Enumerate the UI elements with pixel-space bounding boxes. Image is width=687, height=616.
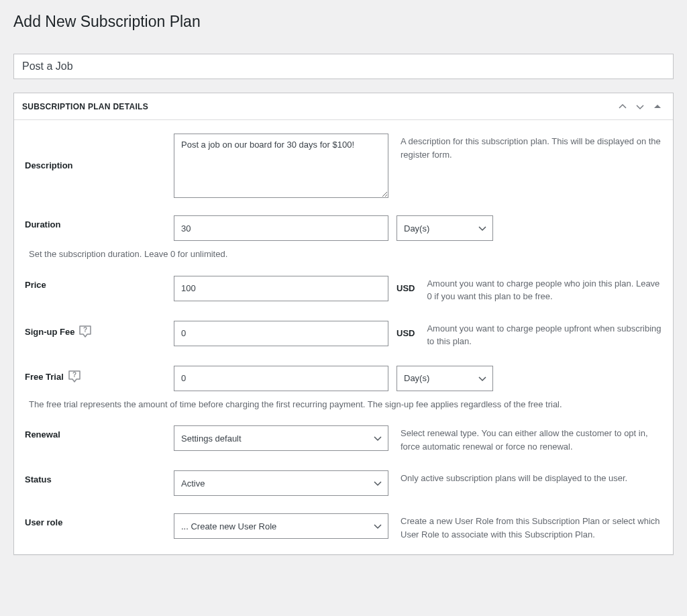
free-trial-label-text: Free Trial: [25, 372, 64, 382]
svg-text:?: ?: [83, 326, 87, 333]
description-textarea[interactable]: Post a job on our board for 30 days for …: [174, 134, 388, 198]
signup-fee-label-text: Sign-up Fee: [25, 327, 74, 337]
status-row: Status Active Only active subscription p…: [25, 470, 662, 496]
renewal-label: Renewal: [25, 425, 174, 440]
chevron-up-icon: [619, 103, 627, 111]
price-label: Price: [25, 276, 174, 290]
price-currency: USD: [397, 283, 415, 293]
free-trial-label: Free Trial ?: [25, 366, 174, 384]
description-label: Description: [25, 134, 174, 170]
renewal-select[interactable]: Settings default: [174, 425, 388, 451]
free-trial-row: Free Trial ? Day(s): [25, 366, 662, 391]
user-role-label: User role: [25, 513, 174, 527]
duration-row: Duration Day(s): [25, 215, 662, 241]
signup-fee-input[interactable]: [174, 321, 388, 346]
free-trial-unit-select[interactable]: Day(s): [397, 366, 493, 391]
price-help: Amount you want to charge people who joi…: [427, 276, 662, 303]
signup-fee-help: Amount you want to charge people upfront…: [427, 321, 662, 348]
description-row: Description Post a job on our board for …: [25, 134, 662, 198]
panel-handle-actions: [615, 99, 665, 114]
panel-header: SUBSCRIPTION PLAN DETAILS: [14, 93, 673, 120]
panel-heading: SUBSCRIPTION PLAN DETAILS: [22, 102, 148, 111]
price-row: Price USD Amount you want to charge peop…: [25, 276, 662, 303]
plan-title-input[interactable]: [13, 54, 674, 79]
free-trial-subhelp: The free trial represents the amount of …: [29, 398, 662, 411]
toggle-panel-button[interactable]: [650, 99, 665, 114]
price-input[interactable]: [174, 276, 388, 301]
status-label: Status: [25, 470, 174, 484]
svg-text:?: ?: [72, 371, 76, 378]
user-role-select[interactable]: ... Create new User Role: [174, 513, 388, 539]
signup-fee-label: Sign-up Fee ?: [25, 321, 174, 340]
duration-input[interactable]: [174, 215, 388, 241]
renewal-row: Renewal Settings default Select renewal …: [25, 425, 662, 453]
user-role-row: User role ... Create new User Role Creat…: [25, 513, 662, 541]
signup-fee-currency: USD: [397, 328, 415, 338]
help-icon[interactable]: ?: [78, 325, 92, 340]
duration-unit-select[interactable]: Day(s): [397, 215, 493, 241]
free-trial-input[interactable]: [174, 366, 388, 391]
duration-subhelp: Set the subscription duration. Leave 0 f…: [29, 248, 662, 261]
panel-body: Description Post a job on our board for …: [14, 120, 673, 554]
move-up-button[interactable]: [615, 99, 630, 114]
subscription-details-panel: SUBSCRIPTION PLAN DETAILS Description Po…: [13, 93, 674, 555]
status-select[interactable]: Active: [174, 470, 388, 496]
user-role-help: Create a new User Role from this Subscri…: [401, 513, 662, 541]
status-help: Only active subscription plans will be d…: [401, 470, 627, 485]
page-title: Add New Subscription Plan: [13, 7, 674, 34]
move-down-button[interactable]: [633, 99, 647, 114]
duration-label: Duration: [25, 215, 174, 229]
caret-up-icon: [654, 103, 661, 110]
signup-fee-row: Sign-up Fee ? USD Amount you want to cha…: [25, 321, 662, 348]
renewal-help: Select renewal type. You can either allo…: [401, 425, 662, 453]
chevron-down-icon: [636, 103, 644, 111]
help-icon[interactable]: ?: [68, 370, 81, 384]
description-help: A description for this subscription plan…: [401, 134, 662, 161]
